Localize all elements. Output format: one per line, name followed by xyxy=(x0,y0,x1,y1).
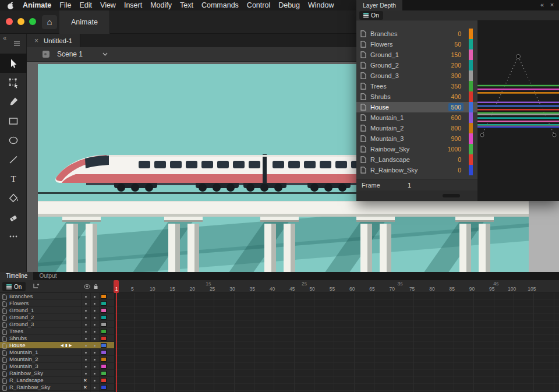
layer-color-swatch[interactable] xyxy=(469,102,473,112)
ruler-frame-45[interactable]: 45 xyxy=(289,286,295,292)
layer-depth-value[interactable]: 600 xyxy=(448,114,464,122)
scrollbar-thumb[interactable] xyxy=(443,194,460,197)
chevron-down-icon[interactable] xyxy=(102,52,108,56)
layer-color-swatch[interactable] xyxy=(469,112,473,123)
document-close-icon[interactable]: × xyxy=(34,37,38,45)
ruler-frame-55[interactable]: 55 xyxy=(330,286,335,292)
layer-visibility-dot[interactable] xyxy=(85,366,87,368)
parenting-view-icon[interactable] xyxy=(33,282,40,289)
layer-depth-value[interactable]: 800 xyxy=(448,124,464,132)
layer-visibility-dot[interactable] xyxy=(85,303,87,305)
layer-color-swatch[interactable] xyxy=(469,144,473,154)
layer-lock-dot[interactable] xyxy=(94,338,95,340)
ruler-frame-40[interactable]: 40 xyxy=(270,286,275,292)
panel-close-icon[interactable]: × xyxy=(548,0,556,10)
layer-color-swatch[interactable] xyxy=(101,378,107,383)
layer-color-swatch[interactable] xyxy=(101,329,107,334)
layer-depth-row-mountain_1[interactable]: Mountain_1600 xyxy=(356,112,477,123)
layer-depth-row-mountain_3[interactable]: Mountain_3900 xyxy=(356,133,477,144)
timeline-layer-row-branches[interactable]: Branches xyxy=(0,293,114,300)
layer-depth-value[interactable]: 300 xyxy=(448,72,464,80)
layer-lock-dot[interactable] xyxy=(94,366,95,368)
layer-depth-panel-tab[interactable]: Layer Depth xyxy=(356,0,402,10)
layer-lock-dot[interactable] xyxy=(94,296,95,298)
layer-depth-row-branches[interactable]: Branches0 xyxy=(356,29,477,39)
more-tools-button[interactable] xyxy=(0,227,27,246)
ruler-frame-85[interactable]: 85 xyxy=(450,286,455,292)
close-window-button[interactable] xyxy=(6,18,13,25)
layer-color-swatch[interactable] xyxy=(469,29,473,39)
layer-lock-dot[interactable] xyxy=(94,303,95,305)
layer-visibility-dot[interactable] xyxy=(85,359,87,361)
depth-viz[interactable] xyxy=(477,20,559,201)
layer-color-swatch[interactable] xyxy=(469,70,473,81)
layer-visibility-dot[interactable] xyxy=(85,345,87,347)
ruler-frame-95[interactable]: 95 xyxy=(489,286,494,292)
ruler-frame-15[interactable]: 15 xyxy=(169,286,175,292)
layer-lock-dot[interactable] xyxy=(94,331,95,333)
apple-menu-icon[interactable] xyxy=(7,1,15,10)
timeline-ruler[interactable]: 1510152025303540455055606570758085909510… xyxy=(115,280,559,293)
layer-depth-row-ground_2[interactable]: Ground_2200 xyxy=(356,60,477,70)
layer-depth-value[interactable]: 400 xyxy=(448,93,464,101)
layer-color-swatch[interactable] xyxy=(469,165,473,175)
layer-color-swatch[interactable] xyxy=(101,364,107,369)
layer-color-swatch[interactable] xyxy=(469,123,473,133)
line-tool[interactable] xyxy=(0,150,27,169)
ruler-frame-105[interactable]: 105 xyxy=(528,286,536,292)
timeline-layer-row-trees[interactable]: Trees xyxy=(0,328,114,335)
layer-lock-dot[interactable] xyxy=(94,380,95,382)
layer-depth-row-flowers[interactable]: Flowers50 xyxy=(356,39,477,50)
layer-visibility-dot[interactable] xyxy=(85,296,87,298)
ruler-frame-5[interactable]: 5 xyxy=(131,286,134,292)
menu-view[interactable]: View xyxy=(100,1,116,9)
train-illustration[interactable] xyxy=(51,147,366,193)
layer-depth-row-r_landscape[interactable]: R_Landscape0 xyxy=(356,154,477,165)
layer-depth-row-shrubs[interactable]: Shrubs400 xyxy=(356,91,477,102)
layer-color-swatch[interactable] xyxy=(469,133,473,144)
selection-tool[interactable] xyxy=(0,54,27,73)
keyframe-nav-icons[interactable]: ◀▮▶ xyxy=(61,342,74,349)
tab-timeline[interactable]: Timeline xyxy=(0,272,33,280)
layer-visibility-dot[interactable] xyxy=(85,338,87,340)
app-home-tab[interactable]: Animate xyxy=(59,10,110,34)
layer-color-swatch[interactable] xyxy=(101,385,107,390)
layer-depth-row-mountain_2[interactable]: Mountain_2800 xyxy=(356,123,477,133)
ruler-frame-1[interactable]: 1 xyxy=(115,286,118,292)
oval-tool[interactable] xyxy=(0,130,27,150)
timeline-layer-row-flowers[interactable]: Flowers xyxy=(0,300,114,307)
menu-control[interactable]: Control xyxy=(247,1,270,9)
panel-collapse-icon[interactable]: « xyxy=(538,0,546,10)
ruler-frame-25[interactable]: 25 xyxy=(210,286,215,292)
layer-visibility-dot[interactable] xyxy=(85,310,87,312)
timeline-layer-row-rainbow_sky[interactable]: Rainbow_Sky xyxy=(0,370,114,377)
menu-debug[interactable]: Debug xyxy=(278,1,300,9)
layer-depth-row-trees[interactable]: Trees350 xyxy=(356,81,477,91)
layer-lock-dot[interactable] xyxy=(94,352,95,354)
layer-visibility-dot[interactable] xyxy=(85,324,87,326)
layer-color-swatch[interactable] xyxy=(101,308,107,313)
layer-depth-row-house[interactable]: House500 xyxy=(356,102,477,112)
layer-depth-value[interactable]: 0 xyxy=(455,156,464,164)
timeline-layer-row-shrubs[interactable]: Shrubs xyxy=(0,335,114,342)
layer-visibility-dot[interactable] xyxy=(85,331,87,333)
layer-color-swatch[interactable] xyxy=(101,315,107,320)
zoom-window-button[interactable] xyxy=(29,18,36,25)
free-transform-tool[interactable] xyxy=(0,73,27,92)
timeline-layer-depth-toggle[interactable]: On xyxy=(2,282,26,291)
layer-color-swatch[interactable] xyxy=(101,294,107,299)
menu-text[interactable]: Text xyxy=(180,1,193,9)
layer-depth-scrollbar[interactable] xyxy=(356,190,477,201)
timeline-layer-row-mountain_1[interactable]: Mountain_1 xyxy=(0,349,114,356)
layer-lock-dot[interactable] xyxy=(94,373,95,375)
timeline-layer-row-mountain_3[interactable]: Mountain_3 xyxy=(0,363,114,370)
layer-color-swatch[interactable] xyxy=(101,322,107,327)
layer-color-swatch[interactable] xyxy=(101,357,107,362)
layer-lock-dot[interactable] xyxy=(94,310,95,312)
menu-app-name[interactable]: Animate xyxy=(23,1,51,9)
paint-bucket-tool[interactable] xyxy=(0,188,27,207)
ruler-frame-65[interactable]: 65 xyxy=(369,286,374,292)
layer-lock-dot[interactable] xyxy=(94,345,95,347)
menu-insert[interactable]: Insert xyxy=(124,1,142,9)
layer-depth-row-ground_1[interactable]: Ground_1150 xyxy=(356,50,477,60)
